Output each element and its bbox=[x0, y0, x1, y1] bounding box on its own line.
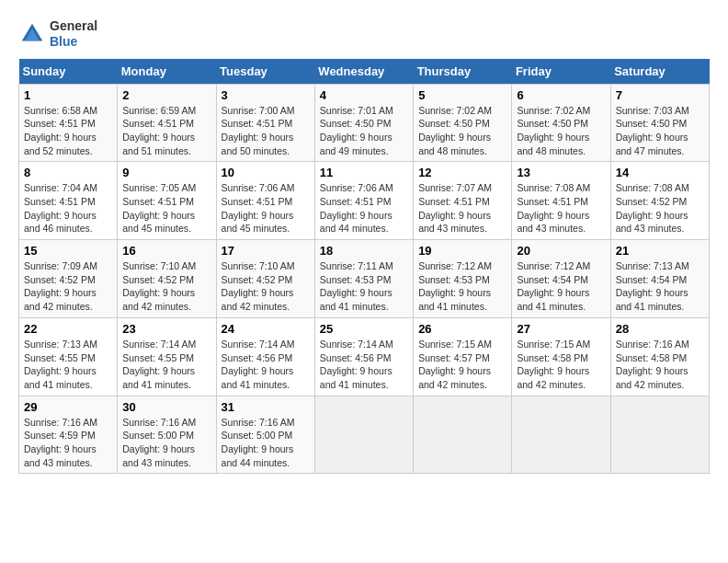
day-number: 11 bbox=[320, 166, 408, 179]
calendar-cell: 1 Sunrise: 6:58 AMSunset: 4:51 PMDayligh… bbox=[19, 84, 118, 162]
day-info: Sunrise: 6:59 AMSunset: 4:51 PMDaylight:… bbox=[122, 105, 196, 156]
day-number: 15 bbox=[24, 244, 112, 258]
day-number: 9 bbox=[122, 166, 210, 179]
weekday-header-sunday: Sunday bbox=[19, 59, 118, 85]
day-number: 28 bbox=[616, 322, 704, 336]
day-info: Sunrise: 7:15 AMSunset: 4:57 PMDaylight:… bbox=[418, 339, 492, 390]
calendar-cell: 23 Sunrise: 7:14 AMSunset: 4:55 PMDaylig… bbox=[118, 317, 216, 396]
day-info: Sunrise: 7:12 AMSunset: 4:53 PMDaylight:… bbox=[418, 260, 492, 312]
day-info: Sunrise: 7:02 AMSunset: 4:50 PMDaylight:… bbox=[517, 105, 590, 156]
day-number: 25 bbox=[320, 322, 408, 336]
calendar-header-row: SundayMondayTuesdayWednesdayThursdayFrid… bbox=[19, 59, 710, 85]
calendar-cell: 18 Sunrise: 7:11 AMSunset: 4:53 PMDaylig… bbox=[314, 240, 413, 318]
calendar-cell bbox=[512, 396, 610, 474]
calendar-cell: 12 Sunrise: 7:07 AMSunset: 4:51 PMDaylig… bbox=[414, 162, 512, 240]
weekday-header-thursday: Thursday bbox=[414, 59, 512, 85]
calendar-cell: 14 Sunrise: 7:08 AMSunset: 4:52 PMDaylig… bbox=[610, 162, 709, 240]
calendar-cell: 3 Sunrise: 7:00 AMSunset: 4:51 PMDayligh… bbox=[216, 84, 314, 162]
day-info: Sunrise: 7:16 AMSunset: 5:00 PMDaylight:… bbox=[122, 417, 196, 468]
calendar-cell: 2 Sunrise: 6:59 AMSunset: 4:51 PMDayligh… bbox=[118, 84, 216, 162]
day-number: 21 bbox=[616, 244, 704, 258]
day-number: 23 bbox=[122, 322, 210, 336]
calendar-cell: 21 Sunrise: 7:13 AMSunset: 4:54 PMDaylig… bbox=[610, 240, 709, 318]
day-number: 5 bbox=[418, 88, 506, 102]
calendar-cell: 24 Sunrise: 7:14 AMSunset: 4:56 PMDaylig… bbox=[216, 317, 314, 396]
calendar-cell: 11 Sunrise: 7:06 AMSunset: 4:51 PMDaylig… bbox=[314, 162, 413, 240]
day-info: Sunrise: 7:06 AMSunset: 4:51 PMDaylight:… bbox=[320, 182, 393, 234]
weekday-header-saturday: Saturday bbox=[610, 59, 709, 85]
calendar-cell: 28 Sunrise: 7:16 AMSunset: 4:58 PMDaylig… bbox=[610, 317, 709, 396]
calendar-cell: 16 Sunrise: 7:10 AMSunset: 4:52 PMDaylig… bbox=[118, 240, 216, 318]
calendar-week-row: 8 Sunrise: 7:04 AMSunset: 4:51 PMDayligh… bbox=[19, 162, 710, 240]
day-info: Sunrise: 7:05 AMSunset: 4:51 PMDaylight:… bbox=[122, 182, 196, 234]
calendar-cell: 17 Sunrise: 7:10 AMSunset: 4:52 PMDaylig… bbox=[216, 240, 314, 318]
calendar-cell: 8 Sunrise: 7:04 AMSunset: 4:51 PMDayligh… bbox=[19, 162, 118, 240]
day-number: 30 bbox=[122, 400, 210, 414]
calendar-cell: 19 Sunrise: 7:12 AMSunset: 4:53 PMDaylig… bbox=[414, 240, 512, 318]
day-info: Sunrise: 6:58 AMSunset: 4:51 PMDaylight:… bbox=[24, 105, 97, 156]
calendar-cell: 7 Sunrise: 7:03 AMSunset: 4:50 PMDayligh… bbox=[610, 84, 709, 162]
weekday-header-wednesday: Wednesday bbox=[314, 59, 413, 85]
weekday-header-friday: Friday bbox=[512, 59, 610, 85]
calendar-table: SundayMondayTuesdayWednesdayThursdayFrid… bbox=[18, 59, 710, 475]
day-info: Sunrise: 7:07 AMSunset: 4:51 PMDaylight:… bbox=[418, 182, 492, 234]
calendar-cell: 30 Sunrise: 7:16 AMSunset: 5:00 PMDaylig… bbox=[118, 396, 216, 474]
day-number: 29 bbox=[24, 400, 112, 414]
calendar-cell: 22 Sunrise: 7:13 AMSunset: 4:55 PMDaylig… bbox=[19, 317, 118, 396]
calendar-cell: 31 Sunrise: 7:16 AMSunset: 5:00 PMDaylig… bbox=[216, 396, 314, 474]
day-number: 8 bbox=[24, 166, 112, 179]
calendar-cell: 6 Sunrise: 7:02 AMSunset: 4:50 PMDayligh… bbox=[512, 84, 610, 162]
calendar-cell: 4 Sunrise: 7:01 AMSunset: 4:50 PMDayligh… bbox=[314, 84, 413, 162]
calendar-cell: 26 Sunrise: 7:15 AMSunset: 4:57 PMDaylig… bbox=[414, 317, 512, 396]
calendar-cell: 20 Sunrise: 7:12 AMSunset: 4:54 PMDaylig… bbox=[512, 240, 610, 318]
calendar-cell: 9 Sunrise: 7:05 AMSunset: 4:51 PMDayligh… bbox=[118, 162, 216, 240]
calendar-week-row: 29 Sunrise: 7:16 AMSunset: 4:59 PMDaylig… bbox=[19, 396, 710, 474]
day-info: Sunrise: 7:10 AMSunset: 4:52 PMDaylight:… bbox=[122, 260, 196, 312]
day-info: Sunrise: 7:12 AMSunset: 4:54 PMDaylight:… bbox=[517, 260, 590, 312]
day-number: 24 bbox=[222, 322, 310, 336]
calendar-cell bbox=[314, 396, 413, 474]
calendar-cell bbox=[610, 396, 709, 474]
calendar-week-row: 15 Sunrise: 7:09 AMSunset: 4:52 PMDaylig… bbox=[19, 240, 710, 318]
calendar-cell: 13 Sunrise: 7:08 AMSunset: 4:51 PMDaylig… bbox=[512, 162, 610, 240]
calendar-week-row: 1 Sunrise: 6:58 AMSunset: 4:51 PMDayligh… bbox=[19, 84, 710, 162]
day-info: Sunrise: 7:03 AMSunset: 4:50 PMDaylight:… bbox=[616, 105, 689, 156]
day-info: Sunrise: 7:13 AMSunset: 4:55 PMDaylight:… bbox=[24, 339, 97, 390]
day-info: Sunrise: 7:13 AMSunset: 4:54 PMDaylight:… bbox=[616, 260, 689, 312]
logo-icon bbox=[18, 20, 46, 48]
day-number: 19 bbox=[418, 244, 506, 258]
day-info: Sunrise: 7:08 AMSunset: 4:51 PMDaylight:… bbox=[517, 182, 590, 234]
day-number: 18 bbox=[320, 244, 408, 258]
day-info: Sunrise: 7:09 AMSunset: 4:52 PMDaylight:… bbox=[24, 260, 97, 312]
page-header: General Blue bbox=[18, 18, 710, 50]
weekday-header-monday: Monday bbox=[118, 59, 216, 85]
day-info: Sunrise: 7:16 AMSunset: 4:58 PMDaylight:… bbox=[616, 339, 689, 390]
day-info: Sunrise: 7:04 AMSunset: 4:51 PMDaylight:… bbox=[24, 182, 97, 234]
day-number: 20 bbox=[517, 244, 605, 258]
calendar-cell: 15 Sunrise: 7:09 AMSunset: 4:52 PMDaylig… bbox=[19, 240, 118, 318]
day-info: Sunrise: 7:16 AMSunset: 5:00 PMDaylight:… bbox=[222, 417, 295, 468]
logo-text: General Blue bbox=[50, 18, 97, 50]
day-info: Sunrise: 7:02 AMSunset: 4:50 PMDaylight:… bbox=[418, 105, 492, 156]
calendar-cell: 29 Sunrise: 7:16 AMSunset: 4:59 PMDaylig… bbox=[19, 396, 118, 474]
day-info: Sunrise: 7:00 AMSunset: 4:51 PMDaylight:… bbox=[222, 105, 295, 156]
day-info: Sunrise: 7:10 AMSunset: 4:52 PMDaylight:… bbox=[222, 260, 295, 312]
day-number: 6 bbox=[517, 88, 605, 102]
calendar-cell: 5 Sunrise: 7:02 AMSunset: 4:50 PMDayligh… bbox=[414, 84, 512, 162]
day-info: Sunrise: 7:14 AMSunset: 4:56 PMDaylight:… bbox=[222, 339, 295, 390]
day-number: 31 bbox=[222, 400, 310, 414]
day-number: 17 bbox=[222, 244, 310, 258]
day-number: 26 bbox=[418, 322, 506, 336]
calendar-cell: 27 Sunrise: 7:15 AMSunset: 4:58 PMDaylig… bbox=[512, 317, 610, 396]
day-number: 13 bbox=[517, 166, 605, 179]
day-info: Sunrise: 7:06 AMSunset: 4:51 PMDaylight:… bbox=[222, 182, 295, 234]
day-info: Sunrise: 7:01 AMSunset: 4:50 PMDaylight:… bbox=[320, 105, 393, 156]
day-info: Sunrise: 7:08 AMSunset: 4:52 PMDaylight:… bbox=[616, 182, 689, 234]
day-info: Sunrise: 7:14 AMSunset: 4:56 PMDaylight:… bbox=[320, 339, 393, 390]
day-number: 1 bbox=[24, 88, 112, 102]
day-number: 16 bbox=[122, 244, 210, 258]
day-info: Sunrise: 7:11 AMSunset: 4:53 PMDaylight:… bbox=[320, 260, 393, 312]
day-number: 22 bbox=[24, 322, 112, 336]
calendar-cell: 10 Sunrise: 7:06 AMSunset: 4:51 PMDaylig… bbox=[216, 162, 314, 240]
day-number: 12 bbox=[418, 166, 506, 179]
